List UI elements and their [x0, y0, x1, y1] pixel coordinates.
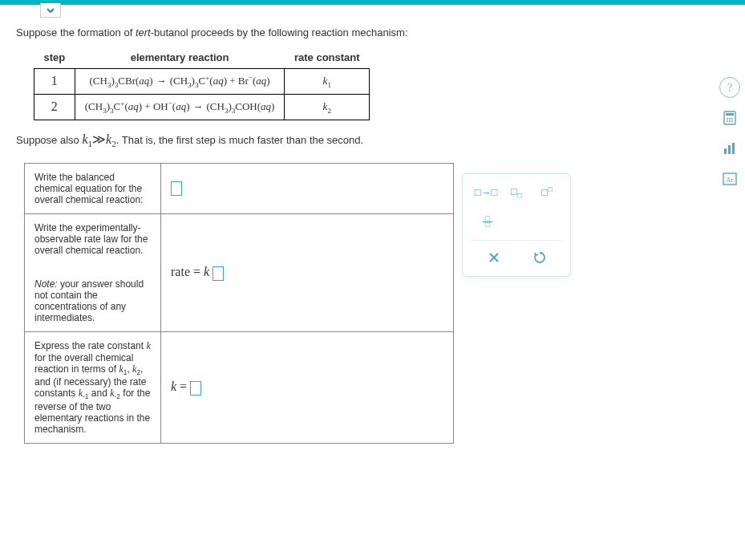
svg-point-4: [731, 118, 733, 120]
palette-arrow-button[interactable]: □→□: [474, 182, 498, 203]
svg-rect-10: [732, 143, 735, 154]
intro-term: tert: [136, 26, 151, 39]
table-row: 1 (CH3)3CBr(aq)→(CH3)3C+(aq) + Br−(aq) k…: [34, 69, 370, 95]
reset-icon: [532, 250, 547, 265]
palette-subscript-button[interactable]: □□: [504, 182, 528, 203]
rate-constant-input[interactable]: [190, 381, 201, 396]
stats-button[interactable]: [719, 138, 740, 159]
answer-row-3: Express the rate constant k for the over…: [25, 332, 454, 444]
svg-point-3: [729, 118, 731, 120]
svg-rect-8: [724, 148, 727, 154]
rate-constant-cell: k1: [285, 69, 370, 95]
mech-header-reaction: elementary reaction: [75, 47, 285, 69]
answer-row-2: Write the experimentally-observable rate…: [25, 214, 454, 332]
palette-superscript-button[interactable]: □□: [535, 182, 559, 203]
svg-text:Ar: Ar: [726, 176, 734, 184]
prompt-rate-law: Write the experimentally-observable rate…: [25, 214, 161, 332]
periodic-table-icon: Ar: [722, 171, 738, 187]
table-row: 2 (CH3)3C+(aq) + OH−(aq)→(CH3)3COH(aq) k…: [34, 94, 370, 120]
help-icon: ?: [727, 81, 733, 95]
prompt-balanced-eq: Write the balanced chemical equation for…: [25, 164, 161, 214]
svg-point-2: [727, 118, 728, 120]
subscript-template-icon: □□: [511, 185, 521, 200]
palette-reset-button[interactable]: [528, 247, 552, 268]
answer-table: Write the balanced chemical equation for…: [24, 163, 454, 444]
mechanism-table: step elementary reaction rate constant 1…: [34, 47, 370, 120]
prompt-rate-law-main: Write the experimentally-observable rate…: [34, 222, 151, 256]
step-number: 2: [34, 94, 75, 120]
answer-cell-1[interactable]: [161, 164, 454, 214]
svg-rect-9: [728, 145, 731, 154]
reaction-cell: (CH3)3CBr(aq)→(CH3)3C+(aq) + Br−(aq): [75, 69, 285, 95]
equation-palette: □→□ □□ □□ □□: [462, 173, 571, 277]
svg-point-5: [727, 120, 728, 122]
help-button[interactable]: ?: [719, 77, 740, 98]
chevron-down-icon: [46, 6, 55, 15]
svg-point-7: [731, 120, 733, 122]
suppose-pre: Suppose also: [16, 134, 82, 146]
periodic-table-button[interactable]: Ar: [719, 168, 740, 189]
fraction-template-icon: □□: [483, 216, 492, 227]
rate-constant-cell: k2: [285, 94, 370, 120]
bar-chart-icon: [722, 140, 738, 156]
palette-clear-button[interactable]: [482, 247, 506, 268]
svg-rect-1: [726, 113, 734, 116]
expand-toggle[interactable]: [40, 3, 61, 18]
arrow-template-icon: □→□: [475, 186, 498, 199]
intro-text: Suppose the formation of tert-butanol pr…: [16, 26, 729, 39]
answer-cell-2[interactable]: rate = k: [161, 214, 454, 332]
rate-law-input[interactable]: [213, 266, 224, 281]
calculator-button[interactable]: [719, 108, 740, 128]
intro-pre: Suppose the formation of: [16, 26, 136, 39]
rate-prefix: rate = k: [171, 265, 213, 278]
intro-post: -butanol proceeds by the following react…: [151, 26, 408, 39]
suppose-rel: k1≫k2: [82, 132, 115, 146]
palette-fraction-button[interactable]: □□: [476, 211, 500, 232]
k-prefix: k =: [171, 379, 190, 393]
side-tool-column: ? Ar: [718, 77, 742, 189]
prompt-rate-constant: Express the rate constant k for the over…: [25, 332, 161, 444]
calculator-icon: [722, 110, 738, 126]
equation-input[interactable]: [171, 181, 182, 196]
step-number: 1: [34, 69, 75, 95]
mech-header-rate: rate constant: [285, 47, 370, 69]
prompt-rate-law-note: Note: your answer should not contain the…: [34, 278, 151, 323]
mech-header-step: step: [34, 47, 75, 69]
answer-cell-3[interactable]: k =: [161, 332, 454, 444]
suppose-post: . That is, the first step is much faster…: [116, 134, 363, 146]
answer-row-1: Write the balanced chemical equation for…: [25, 164, 454, 214]
superscript-template-icon: □□: [541, 185, 552, 199]
reaction-cell: (CH3)3C+(aq) + OH−(aq)→(CH3)3COH(aq): [75, 94, 285, 120]
close-icon: [487, 250, 501, 265]
note-label: Note:: [34, 278, 58, 290]
svg-point-6: [729, 120, 731, 122]
suppose-condition: Suppose also k1≫k2. That is, the first s…: [16, 132, 729, 148]
